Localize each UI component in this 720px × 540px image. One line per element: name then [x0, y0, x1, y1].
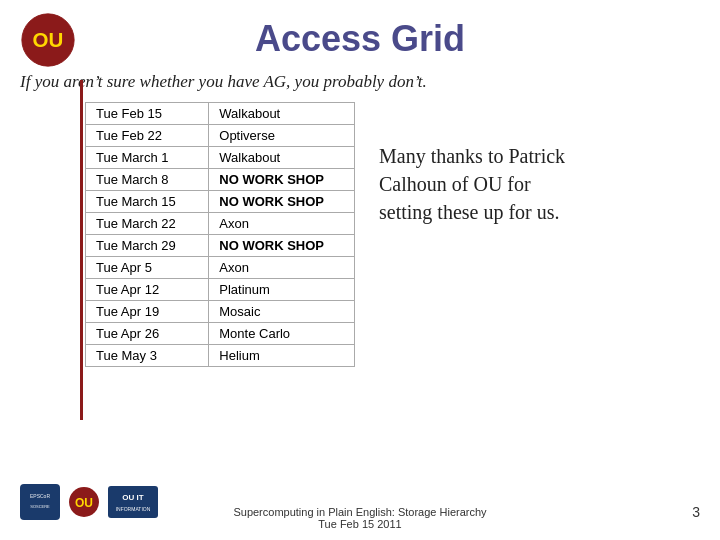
table-row: Tue May 3Helium — [86, 345, 355, 367]
table-cell-event: NO WORK SHOP — [209, 235, 355, 257]
table-cell-event: Walkabout — [209, 103, 355, 125]
header: OU Access Grid — [0, 0, 720, 68]
table-cell-date: Tue Feb 22 — [86, 125, 209, 147]
table-cell-date: Tue May 3 — [86, 345, 209, 367]
svg-rect-2 — [20, 484, 60, 520]
table-row: Tue March 15NO WORK SHOP — [86, 191, 355, 213]
table-cell-date: Tue Apr 26 — [86, 323, 209, 345]
table-row: Tue Apr 19Mosaic — [86, 301, 355, 323]
table-cell-event: Monte Carlo — [209, 323, 355, 345]
page-title: Access Grid — [255, 18, 465, 60]
table-cell-date: Tue March 22 — [86, 213, 209, 235]
svg-text:OU IT: OU IT — [122, 493, 143, 502]
table-cell-date: Tue Apr 12 — [86, 279, 209, 301]
table-row: Tue Apr 5Axon — [86, 257, 355, 279]
table-row: Tue Feb 15Walkabout — [86, 103, 355, 125]
table-cell-event: Axon — [209, 213, 355, 235]
table-cell-date: Tue March 15 — [86, 191, 209, 213]
table-cell-event: Mosaic — [209, 301, 355, 323]
table-cell-date: Tue March 1 — [86, 147, 209, 169]
footer-page: 3 — [692, 504, 700, 520]
footer-line1: Supercomputing in Plain English: Storage… — [233, 506, 486, 518]
table-row: Tue March 1Walkabout — [86, 147, 355, 169]
footer-logos: EPSCoR SOSCERE OU OU IT INFORMATION — [20, 484, 158, 520]
table-cell-event: NO WORK SHOP — [209, 169, 355, 191]
table-cell-event: Axon — [209, 257, 355, 279]
side-note: Many thanks to Patrick Calhoun of OU for… — [379, 102, 579, 226]
table-cell-event: Platinum — [209, 279, 355, 301]
it-logo: OU IT INFORMATION — [108, 486, 158, 518]
svg-rect-7 — [108, 486, 158, 518]
footer-line2: Tue Feb 15 2011 — [233, 518, 486, 530]
table-cell-event: Helium — [209, 345, 355, 367]
epscor-logo: EPSCoR SOSCERE — [20, 484, 60, 520]
table-row: Tue Apr 12Platinum — [86, 279, 355, 301]
subtitle: If you aren’t sure whether you have AG, … — [0, 68, 720, 102]
main-content: Tue Feb 15WalkaboutTue Feb 22OptiverseTu… — [0, 102, 720, 367]
table-cell-date: Tue March 29 — [86, 235, 209, 257]
table-row: Tue March 29NO WORK SHOP — [86, 235, 355, 257]
svg-text:OU: OU — [75, 496, 93, 510]
table-row: Tue March 8NO WORK SHOP — [86, 169, 355, 191]
svg-text:SOSCERE: SOSCERE — [30, 504, 50, 509]
table-row: Tue March 22Axon — [86, 213, 355, 235]
table-cell-date: Tue Apr 19 — [86, 301, 209, 323]
schedule-table: Tue Feb 15WalkaboutTue Feb 22OptiverseTu… — [85, 102, 355, 367]
svg-text:EPSCoR: EPSCoR — [30, 493, 50, 499]
svg-text:INFORMATION: INFORMATION — [116, 506, 151, 512]
table-cell-event: Optiverse — [209, 125, 355, 147]
footer-text: Supercomputing in Plain English: Storage… — [233, 506, 486, 530]
ou-logo: OU — [20, 12, 80, 72]
table-row: Tue Apr 26Monte Carlo — [86, 323, 355, 345]
table-cell-date: Tue March 8 — [86, 169, 209, 191]
divider-line — [80, 80, 83, 420]
table-cell-date: Tue Apr 5 — [86, 257, 209, 279]
table-cell-event: NO WORK SHOP — [209, 191, 355, 213]
footer: EPSCoR SOSCERE OU OU IT INFORMATION Supe… — [0, 506, 720, 530]
table-cell-event: Walkabout — [209, 147, 355, 169]
table-cell-date: Tue Feb 15 — [86, 103, 209, 125]
ou-small-logo: OU — [68, 486, 100, 518]
table-row: Tue Feb 22Optiverse — [86, 125, 355, 147]
svg-text:OU: OU — [33, 28, 64, 51]
